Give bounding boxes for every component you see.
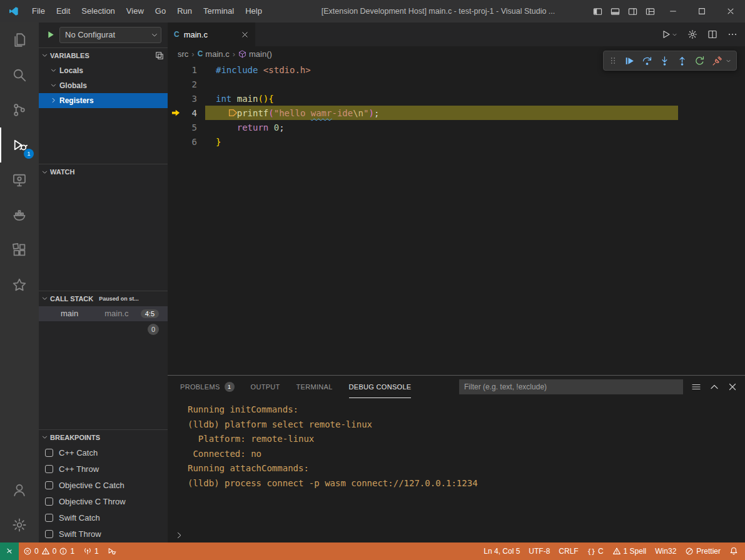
close-window-button[interactable] <box>716 0 745 22</box>
close-panel-icon[interactable] <box>727 382 737 392</box>
variables-header[interactable]: VARIABLES <box>39 48 168 63</box>
restart-button[interactable] <box>694 56 705 66</box>
menu-view[interactable]: View <box>121 4 150 19</box>
tab-problems[interactable]: PROBLEMS 1 <box>180 376 235 398</box>
broadcast-icon <box>83 547 92 556</box>
platform-status[interactable]: Win32 <box>651 542 681 560</box>
menu-file[interactable]: File <box>26 4 51 19</box>
encoding-status[interactable]: UTF-8 <box>524 542 554 560</box>
checkbox[interactable] <box>45 481 53 489</box>
checkbox[interactable] <box>45 465 53 473</box>
start-debug-icon[interactable] <box>46 30 56 39</box>
close-tab-icon[interactable] <box>241 31 249 39</box>
breakpoint-item[interactable]: C++ Throw <box>39 461 168 478</box>
split-editor-icon[interactable] <box>707 29 717 39</box>
breakpoint-item[interactable]: Swift Throw <box>39 526 168 542</box>
chevron-down-icon[interactable] <box>726 58 731 64</box>
tab-debug-console[interactable]: DEBUG CONSOLE <box>349 376 412 398</box>
code-line-current[interactable]: 4 printf("hello wamr-ide\n"); <box>168 106 745 120</box>
activity-accounts[interactable] <box>0 472 39 508</box>
checkbox[interactable] <box>45 498 53 506</box>
session-row[interactable]: 0 <box>39 321 168 338</box>
step-over-button[interactable] <box>642 56 652 66</box>
console-menu-icon[interactable] <box>691 382 701 392</box>
chevron-down-icon <box>41 295 48 302</box>
spell-checker-status[interactable]: 1 Spell <box>608 542 651 560</box>
current-frame-arrow-icon[interactable] <box>168 108 184 118</box>
call-stack-header[interactable]: CALL STACK Paused on st... <box>39 291 168 306</box>
tab-terminal[interactable]: TERMINAL <box>296 376 333 398</box>
checkbox[interactable] <box>45 449 53 457</box>
debug-status-icon[interactable] <box>103 542 121 560</box>
checkbox[interactable] <box>45 514 53 522</box>
disconnect-button[interactable] <box>712 56 722 66</box>
breakpoint-item[interactable]: Swift Catch <box>39 510 168 526</box>
breadcrumb-symbol[interactable]: main() <box>238 49 272 59</box>
eol-status[interactable]: CRLF <box>554 542 582 560</box>
step-into-button[interactable] <box>659 56 670 66</box>
toolbar-grip[interactable] <box>609 56 617 66</box>
breakpoint-item[interactable]: C++ Catch <box>39 445 168 461</box>
activity-extensions[interactable] <box>0 232 39 268</box>
chevron-down-icon <box>41 169 48 176</box>
menu-go[interactable]: Go <box>150 4 171 19</box>
formatter-status[interactable]: Prettier <box>681 542 725 560</box>
maximize-panel-icon[interactable] <box>709 382 719 392</box>
debug-configuration-select[interactable]: No Configurat <box>59 27 161 43</box>
menu-edit[interactable]: Edit <box>51 4 76 19</box>
problems-status[interactable]: 0 0 1 <box>19 542 79 560</box>
console-filter-input[interactable] <box>459 379 683 394</box>
watch-header[interactable]: WATCH <box>39 164 168 179</box>
customize-layout-icon[interactable] <box>641 0 659 22</box>
activity-run-debug[interactable]: 1 <box>0 128 39 162</box>
continue-button[interactable] <box>624 56 635 66</box>
activity-search[interactable] <box>0 58 39 92</box>
tab-output[interactable]: OUTPUT <box>251 376 280 398</box>
debug-console-output[interactable]: Running initCommands:(lldb) platform sel… <box>168 398 745 528</box>
frame-position-badge: 4:5 <box>141 309 159 318</box>
run-or-debug-button[interactable] <box>661 29 677 39</box>
inline-breakpoint-icon[interactable] <box>228 108 238 118</box>
code-line[interactable]: 5 return 0; <box>168 120 745 134</box>
toggle-panel-icon[interactable] <box>606 0 624 22</box>
console-input[interactable] <box>168 528 745 542</box>
activity-favorites[interactable] <box>0 268 39 302</box>
toggle-sidebar-icon[interactable] <box>589 0 606 22</box>
cursor-position[interactable]: Ln 4, Col 5 <box>479 542 524 560</box>
activity-source-control[interactable] <box>0 92 39 128</box>
breakpoints-header[interactable]: BREAKPOINTS <box>39 430 168 445</box>
activity-settings[interactable] <box>0 508 39 542</box>
remote-indicator[interactable] <box>0 542 19 560</box>
menu-run[interactable]: Run <box>171 4 198 19</box>
checkbox[interactable] <box>45 530 53 538</box>
code-line[interactable]: 3 int main(){ <box>168 91 745 106</box>
more-actions-icon[interactable] <box>727 29 737 39</box>
menu-help[interactable]: Help <box>240 4 268 19</box>
variables-item-registers[interactable]: Registers <box>39 93 168 108</box>
breakpoint-item[interactable]: Objective C Throw <box>39 494 168 510</box>
activity-explorer[interactable] <box>0 22 39 58</box>
toggle-secondary-sidebar-icon[interactable] <box>624 0 641 22</box>
menu-selection[interactable]: Selection <box>76 4 120 19</box>
breadcrumb-folder[interactable]: src <box>178 49 188 59</box>
ports-status[interactable]: 1 <box>79 542 103 560</box>
notifications-bell-icon[interactable] <box>725 542 742 560</box>
code-line[interactable]: 2 <box>168 77 745 91</box>
variables-item-globals[interactable]: Globals <box>39 78 168 93</box>
maximize-button[interactable] <box>687 0 716 22</box>
breadcrumb-file[interactable]: C main.c <box>198 49 230 59</box>
code-line[interactable]: 6 } <box>168 134 745 149</box>
step-out-button[interactable] <box>677 56 687 66</box>
minimize-button[interactable] <box>659 0 687 22</box>
breakpoint-item[interactable]: Objective C Catch <box>39 478 168 494</box>
settings-gear-icon[interactable] <box>687 29 697 39</box>
tab-main-c[interactable]: C main.c <box>168 22 255 46</box>
variables-item-locals[interactable]: Locals <box>39 63 168 78</box>
activity-remote-explorer[interactable] <box>0 162 39 198</box>
activity-docker[interactable] <box>0 198 39 232</box>
code-editor[interactable]: 1 #include <stdio.h> 2 3 int main(){ 4 p… <box>168 61 745 375</box>
language-mode[interactable]: {} C <box>583 542 608 560</box>
variables-panel-icon[interactable] <box>155 51 164 60</box>
stack-frame-row[interactable]: main main.c 4:5 <box>39 306 168 321</box>
menu-terminal[interactable]: Terminal <box>198 4 240 19</box>
